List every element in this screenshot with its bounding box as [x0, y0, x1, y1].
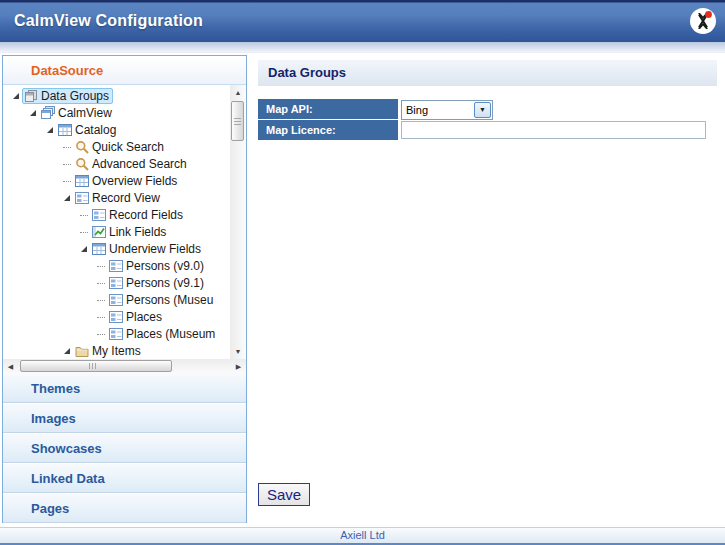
main-panel: Data Groups Map API: Bing ▼ Map Licence:… [253, 55, 720, 523]
sidebar-section-themes[interactable]: Themes [3, 374, 246, 403]
chevron-down-icon[interactable]: ▼ [474, 102, 491, 118]
tree-connector [94, 298, 107, 301]
tree-item[interactable]: Overview Fields [3, 172, 246, 189]
tree-item-label: Record View [92, 191, 160, 205]
tree-connector [94, 281, 107, 284]
tree-item-body[interactable]: Record Fields [90, 207, 187, 223]
tree-item[interactable]: Underview Fields [3, 240, 246, 257]
tree-item-label: Advanced Search [92, 157, 187, 171]
tree-item-body[interactable]: Quick Search [73, 139, 168, 155]
tree-connector [60, 145, 73, 148]
tree-item[interactable]: Record Fields [3, 206, 246, 223]
sidebar-section-images[interactable]: Images [3, 404, 246, 433]
tree-item[interactable]: Places [3, 308, 246, 325]
tree-item-label: Places [126, 310, 162, 324]
tree-item-body[interactable]: CalmView [39, 105, 116, 121]
tree-connector [60, 162, 73, 165]
form-icon [109, 293, 123, 307]
tree-item[interactable]: Places (Museum [3, 325, 246, 342]
form-icon [109, 327, 123, 341]
tree-item-body[interactable]: Link Fields [90, 224, 170, 240]
search-icon [75, 157, 89, 171]
expand-arrow-icon[interactable] [26, 110, 39, 116]
tree-connector [94, 315, 107, 318]
tree-item-body[interactable]: Catalog [56, 122, 120, 138]
map-licence-input[interactable] [401, 121, 706, 139]
accordion: ThemesImagesShowcasesLinked DataPages [3, 374, 246, 524]
sidebar-section-linked-data[interactable]: Linked Data [3, 464, 246, 493]
save-button[interactable]: Save [258, 483, 310, 506]
scroll-right-icon[interactable]: ▶ [231, 359, 246, 374]
sidebar-section-showcases[interactable]: Showcases [3, 434, 246, 463]
map-licence-label: Map Licence: [258, 120, 398, 140]
vertical-scrollbar[interactable]: ▲ ▼ [230, 85, 246, 359]
map-api-label: Map API: [258, 99, 398, 120]
form-icon [109, 310, 123, 324]
scroll-down-icon[interactable]: ▼ [230, 344, 246, 359]
stacked-tables-icon [41, 106, 55, 120]
tree-item-label: Underview Fields [109, 242, 201, 256]
tree-item-body[interactable]: Persons (Museu [107, 292, 217, 308]
tree-item[interactable]: Catalog [3, 121, 246, 138]
tree-connector [60, 179, 73, 182]
expand-arrow-icon[interactable] [9, 93, 22, 99]
tree-item-label: Overview Fields [92, 174, 177, 188]
banner-fade [0, 42, 725, 53]
axiell-logo-icon [690, 8, 716, 34]
expand-arrow-icon[interactable] [60, 348, 73, 354]
horizontal-scroll-thumb[interactable] [20, 360, 172, 372]
tree-item-body[interactable]: Underview Fields [90, 241, 205, 257]
tree-item-body[interactable]: Persons (v9.1) [107, 275, 208, 291]
table-icon [58, 123, 72, 137]
tree-item-label: Persons (v9.1) [126, 276, 204, 290]
app-title: CalmView Configuration [0, 12, 203, 30]
link-chart-icon [92, 225, 106, 239]
search-icon [75, 140, 89, 154]
expand-arrow-icon[interactable] [60, 195, 73, 201]
scroll-left-icon[interactable]: ◀ [3, 359, 18, 374]
tree-item-label: Record Fields [109, 208, 183, 222]
tree-item-body[interactable]: Record View [73, 190, 164, 206]
tree-item[interactable]: Data Groups [3, 87, 246, 104]
tree-item[interactable]: Advanced Search [3, 155, 246, 172]
tree-item-selected[interactable]: Data Groups [22, 88, 113, 104]
table-icon [92, 242, 106, 256]
expand-arrow-icon[interactable] [77, 246, 90, 252]
tree-item-body[interactable]: Advanced Search [73, 156, 191, 172]
tree-item-body[interactable]: Overview Fields [73, 173, 181, 189]
tree: Data GroupsCalmViewCatalogQuick SearchAd… [3, 85, 246, 359]
form-icon [75, 191, 89, 205]
content-spacer [253, 140, 720, 483]
tree-item[interactable]: Quick Search [3, 138, 246, 155]
tree-item-label: Data Groups [41, 89, 109, 103]
tree-item-body[interactable]: My Items [73, 343, 145, 359]
tree-item-body[interactable]: Persons (v9.0) [107, 258, 208, 274]
scroll-up-icon[interactable]: ▲ [230, 85, 246, 100]
tree-item[interactable]: My Items [3, 342, 246, 359]
title-bar: CalmView Configuration [0, 0, 725, 42]
tree-connector [77, 230, 90, 233]
map-api-select[interactable]: Bing ▼ [401, 100, 493, 120]
datasource-header[interactable]: DataSource [3, 56, 246, 85]
form-icon [109, 276, 123, 290]
tree-item-body[interactable]: Places [107, 309, 166, 325]
tree-item-body[interactable]: Places (Museum [107, 326, 219, 342]
tree-item[interactable]: Record View [3, 189, 246, 206]
tree-container: Data GroupsCalmViewCatalogQuick SearchAd… [3, 85, 246, 374]
tree-item-label: Persons (Museu [126, 293, 213, 307]
tree-item-label: CalmView [58, 106, 112, 120]
sidebar-section-pages[interactable]: Pages [3, 494, 246, 523]
horizontal-scrollbar[interactable]: ◀ ▶ [3, 359, 246, 374]
datasource-panel: DataSource Data GroupsCalmViewCatalogQui… [2, 55, 247, 523]
vertical-scroll-thumb[interactable] [231, 101, 244, 141]
tree-item[interactable]: CalmView [3, 104, 246, 121]
tree-item[interactable]: Persons (Museu [3, 291, 246, 308]
tree-item[interactable]: Link Fields [3, 223, 246, 240]
expand-arrow-icon[interactable] [43, 127, 56, 133]
settings-form: Map API: Bing ▼ Map Licence: [258, 99, 710, 140]
tree-item[interactable]: Persons (v9.1) [3, 274, 246, 291]
tree-connector [94, 332, 107, 335]
tree-item[interactable]: Persons (v9.0) [3, 257, 246, 274]
table-icon [75, 174, 89, 188]
data-groups-icon [24, 89, 38, 103]
